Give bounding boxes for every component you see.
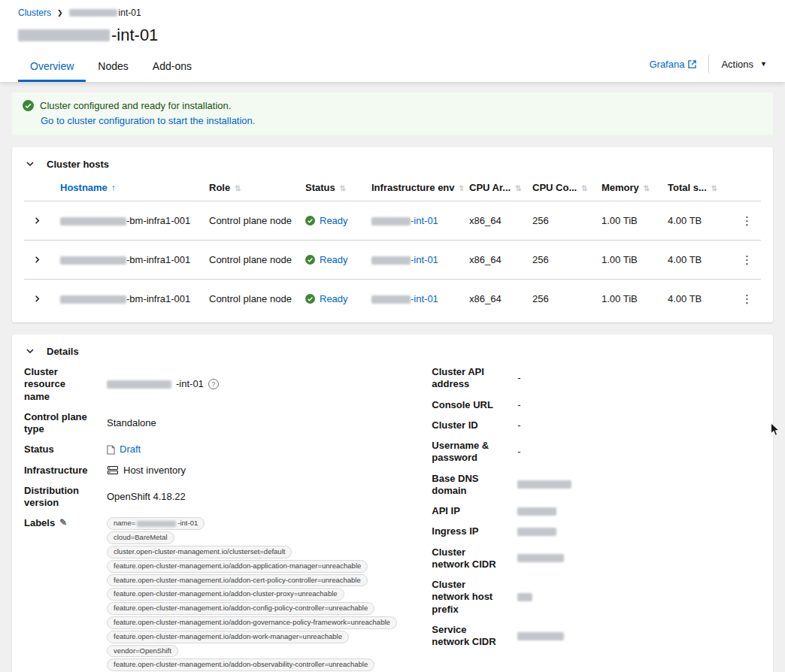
cell-hostname: -bm-infra1-001 [54,241,203,280]
redacted-text [60,295,126,304]
label-pill: name=-int-01 [107,517,205,530]
table-row: -bm-infra1-001 Control plane node Ready … [24,280,761,319]
tabs-row: Overview Nodes Add-ons Grafana Actions ▼ [18,54,767,82]
cluster-hosts-title: Cluster hosts [47,159,109,170]
breadcrumb-separator-icon: ❯ [57,9,63,17]
detail-value-cluster-api-address: - [517,366,761,391]
column-header-memory[interactable]: Memory⇅ [596,174,662,201]
detail-value-console-url: - [517,399,761,411]
detail-value-cluster-resource-name: -int-01 ? [107,366,405,403]
sort-ascending-icon: ↑ [111,183,116,193]
chevron-right-icon [33,216,41,225]
breadcrumb-current-label: int-01 [119,8,141,18]
infra-env-link[interactable]: -int-01 [371,254,438,265]
kebab-menu-button[interactable]: ⋮ [737,213,757,228]
label-pill: feature.open-cluster-management.io/addon… [107,631,349,643]
breadcrumb-clusters-link[interactable]: Clusters [18,8,51,18]
detail-term-status: Status [24,443,93,456]
success-alert: Cluster configured and ready for install… [12,92,773,135]
detail-term-cluster-id: Cluster ID [432,419,504,431]
row-expand-button[interactable] [30,292,44,306]
row-expand-button[interactable] [30,253,44,267]
cell-hostname: -bm-infra1-001 [54,201,203,241]
label-pill: feature.open-cluster-management.io/addon… [107,658,374,671]
tab-overview[interactable]: Overview [18,54,86,82]
tab-nodes[interactable]: Nodes [86,54,140,82]
details-body: Cluster resource name -int-01 ? Control … [12,362,773,672]
status-draft-link[interactable]: Draft [120,443,141,456]
cell-row-actions: ⋮ [731,201,761,241]
grafana-link-label: Grafana [649,59,684,70]
cell-expand [24,241,54,280]
redacted-text [517,632,564,640]
detail-value-username-password: - [517,440,761,465]
cell-hostname: -bm-infra1-001 [54,280,203,319]
status-ready-link[interactable]: Ready [320,293,348,304]
grafana-link[interactable]: Grafana [649,59,696,70]
column-header-cpu-arch[interactable]: CPU Ar...⇅ [463,174,526,201]
actions-dropdown-button[interactable]: Actions ▼ [721,59,767,70]
column-header-status[interactable]: Status⇅ [299,174,365,201]
label-pill: feature.open-cluster-management.io/addon… [107,588,344,601]
status-ready-link[interactable]: Ready [320,254,348,265]
tabs: Overview Nodes Add-ons [18,54,204,82]
cell-role: Control plane node [203,241,299,280]
detail-value-base-dns-domain [517,473,761,498]
status-ready-link[interactable]: Ready [320,215,348,226]
status-ready-icon [305,294,315,304]
table-row: -bm-infra1-001 Control plane node Ready … [24,241,761,280]
hosts-table-wrapper: Hostname↑ Role⇅ Status⇅ Infrastructure e… [12,174,773,322]
detail-value-cluster-network-cidr [517,546,761,571]
redacted-text [517,507,556,516]
sort-icon: ⇅ [235,184,241,192]
column-header-role[interactable]: Role⇅ [203,174,299,201]
alert-title: Cluster configured and ready for install… [40,100,231,111]
detail-value-api-ip [517,505,761,517]
detail-term-distribution-version: Distribution version [24,485,93,510]
row-expand-button[interactable] [30,213,44,228]
redacted-text [517,593,532,601]
help-icon[interactable]: ? [208,379,219,389]
cell-memory: 1.00 TiB [596,280,662,319]
column-header-infra-env[interactable]: Infrastructure env⇅ [365,174,463,201]
detail-value-control-plane-type: Standalone [107,411,405,436]
label-pill: feature.open-cluster-management.io/addon… [107,560,368,573]
details-title: Details [47,346,79,357]
detail-value-ingress-ip [517,525,761,537]
cell-expand [24,280,54,319]
column-header-hostname[interactable]: Hostname↑ [54,174,203,201]
cell-cpu-count: 256 [526,201,596,241]
actions-label: Actions [721,59,753,70]
kebab-menu-button[interactable]: ⋮ [737,292,757,306]
section-collapse-button[interactable] [24,345,36,357]
column-header-total-storage[interactable]: Total s...⇅ [662,174,731,201]
chevron-right-icon [33,256,41,264]
cell-role: Control plane node [203,280,299,319]
redacted-text [107,380,171,389]
edit-labels-pencil-icon[interactable]: ✎ [59,517,67,528]
page-title: -int-01 [18,26,767,45]
cell-cpu-count: 256 [526,280,596,319]
column-header-cpu-count[interactable]: CPU Co...⇅ [526,174,596,201]
sort-icon: ⇅ [340,184,346,192]
sort-icon: ⇅ [459,184,463,192]
cell-cpu-count: 256 [526,241,596,280]
label-pill: cloud=BareMetal [107,531,174,544]
kebab-menu-button[interactable]: ⋮ [737,253,757,267]
header-actions-column [731,174,761,201]
cell-total-storage: 4.00 TB [662,241,731,280]
chevron-down-icon [26,347,35,356]
infra-env-link[interactable]: -int-01 [371,215,438,226]
details-left-column: Cluster resource name -int-01 ? Control … [24,366,405,672]
infra-env-link[interactable]: -int-01 [371,293,438,304]
detail-term-ingress-ip: Ingress IP [432,525,504,537]
cell-infra-env: -int-01 [365,201,463,241]
alert-configuration-link[interactable]: Go to cluster configuration to start the… [41,115,255,126]
detail-term-service-network-cidr: Service network CIDR [432,624,504,649]
cell-total-storage: 4.00 TB [662,201,731,241]
cell-memory: 1.00 TiB [596,241,662,280]
cell-memory: 1.00 TiB [596,201,662,241]
tab-add-ons[interactable]: Add-ons [141,54,204,82]
cell-infra-env: -int-01 [365,241,463,280]
section-collapse-button[interactable] [24,158,36,170]
